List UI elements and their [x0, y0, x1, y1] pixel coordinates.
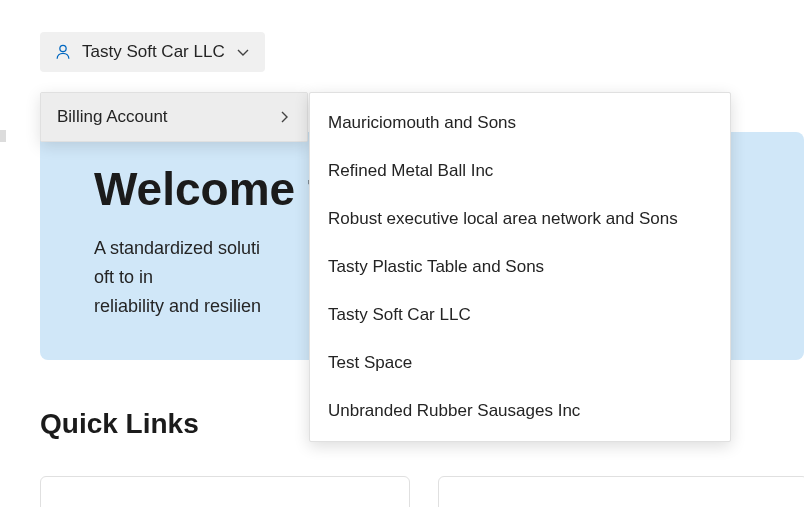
flyout-item[interactable]: Unbranded Rubber Sausages Inc [310, 387, 730, 435]
flyout-item-label: Unbranded Rubber Sausages Inc [328, 401, 580, 420]
flyout-item[interactable]: Refined Metal Ball Inc [310, 147, 730, 195]
flyout-item[interactable]: Test Space [310, 339, 730, 387]
flyout-item[interactable]: Tasty Soft Car LLC [310, 291, 730, 339]
hero-body-right: oft to in [94, 267, 153, 287]
quick-links-section: Quick Links [40, 408, 199, 440]
quick-link-card[interactable] [40, 476, 410, 507]
chevron-down-icon [235, 44, 251, 60]
account-selector-button[interactable]: Tasty Soft Car LLC [40, 32, 265, 72]
billing-account-flyout: Mauriciomouth and Sons Refined Metal Bal… [309, 92, 731, 442]
svg-point-0 [60, 45, 66, 51]
flyout-item[interactable]: Robust executive local area network and … [310, 195, 730, 243]
flyout-item-label: Robust executive local area network and … [328, 209, 678, 228]
flyout-item-label: Mauriciomouth and Sons [328, 113, 516, 132]
account-selector-label: Tasty Soft Car LLC [82, 42, 225, 62]
account-submenu: Billing Account [40, 92, 308, 142]
flyout-item-label: Test Space [328, 353, 412, 372]
flyout-item-label: Refined Metal Ball Inc [328, 161, 493, 180]
flyout-item[interactable]: Mauriciomouth and Sons [310, 99, 730, 147]
person-icon [54, 43, 72, 61]
flyout-item-label: Tasty Plastic Table and Sons [328, 257, 544, 276]
submenu-item-label: Billing Account [57, 107, 168, 127]
hero-body-left: A standardized soluti [94, 238, 260, 258]
submenu-item-billing-account[interactable]: Billing Account [41, 93, 307, 141]
hero-title-left: Welcome t [94, 163, 323, 215]
chevron-right-icon [277, 110, 291, 124]
flyout-item-label: Tasty Soft Car LLC [328, 305, 471, 324]
quick-link-card[interactable] [438, 476, 804, 507]
flyout-item[interactable]: Tasty Plastic Table and Sons [310, 243, 730, 291]
quick-links-heading: Quick Links [40, 408, 199, 440]
left-edge-shadow [0, 130, 6, 142]
